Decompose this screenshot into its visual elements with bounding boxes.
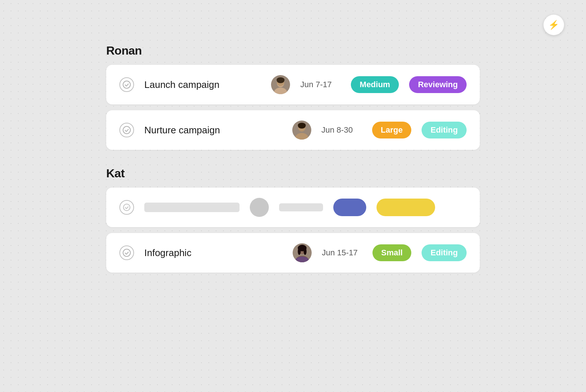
svg-point-0 xyxy=(123,81,130,88)
section-title-kat: Kat xyxy=(106,167,480,180)
section-kat: Kat xyxy=(106,167,480,289)
avatar-skeleton xyxy=(250,198,269,217)
badge-status-infographic[interactable]: Editing xyxy=(422,244,467,261)
task-name-launch-campaign: Launch campaign xyxy=(144,79,261,90)
flash-icon: ⚡ xyxy=(548,20,559,30)
svg-point-20 xyxy=(304,248,307,255)
svg-point-12 xyxy=(298,124,305,129)
avatar-nurture-campaign xyxy=(292,121,311,140)
task-name-skeleton xyxy=(144,203,240,212)
date-range-launch-campaign: Jun 7-17 xyxy=(300,80,341,89)
check-icon xyxy=(119,77,134,92)
badge-size-launch-campaign[interactable]: Medium xyxy=(351,76,399,93)
section-title-ronan: Ronan xyxy=(106,44,480,58)
main-container: Ronan Launch campaign Jun 7-17 xyxy=(92,0,494,304)
badge-status-launch-campaign[interactable]: Reviewing xyxy=(409,76,467,93)
svg-point-13 xyxy=(123,204,130,211)
task-card-launch-campaign[interactable]: Launch campaign Jun 7-17 Medium Reviewin… xyxy=(106,65,480,104)
task-card-loading-task[interactable] xyxy=(106,188,480,227)
svg-point-14 xyxy=(123,249,130,256)
date-range-infographic: Jun 15-17 xyxy=(322,248,362,258)
task-card-nurture-campaign[interactable]: Nurture campaign Jun 8-30 Large Editing xyxy=(106,110,480,150)
svg-point-6 xyxy=(277,79,284,83)
badge2-skeleton xyxy=(377,199,435,216)
avatar-launch-campaign xyxy=(271,75,290,94)
check-icon xyxy=(119,245,134,260)
svg-point-19 xyxy=(298,248,301,255)
avatar-infographic xyxy=(293,243,312,262)
badge-status-nurture-campaign[interactable]: Editing xyxy=(422,122,467,138)
flash-button[interactable]: ⚡ xyxy=(544,15,564,35)
badge-size-nurture-campaign[interactable]: Large xyxy=(372,122,412,138)
task-card-infographic[interactable]: Infographic Jun 15-17 Small Editing xyxy=(106,233,480,273)
date-range-skeleton xyxy=(279,203,323,211)
task-name-nurture-campaign: Nurture campaign xyxy=(144,125,282,136)
section-ronan: Ronan Launch campaign Jun 7-17 xyxy=(106,44,480,167)
check-icon xyxy=(119,123,134,137)
badge-size-infographic[interactable]: Small xyxy=(372,244,412,261)
svg-point-7 xyxy=(123,126,130,134)
badge1-skeleton xyxy=(333,199,366,216)
check-icon xyxy=(119,200,134,215)
task-name-infographic: Infographic xyxy=(144,247,282,259)
date-range-nurture-campaign: Jun 8-30 xyxy=(322,125,362,135)
